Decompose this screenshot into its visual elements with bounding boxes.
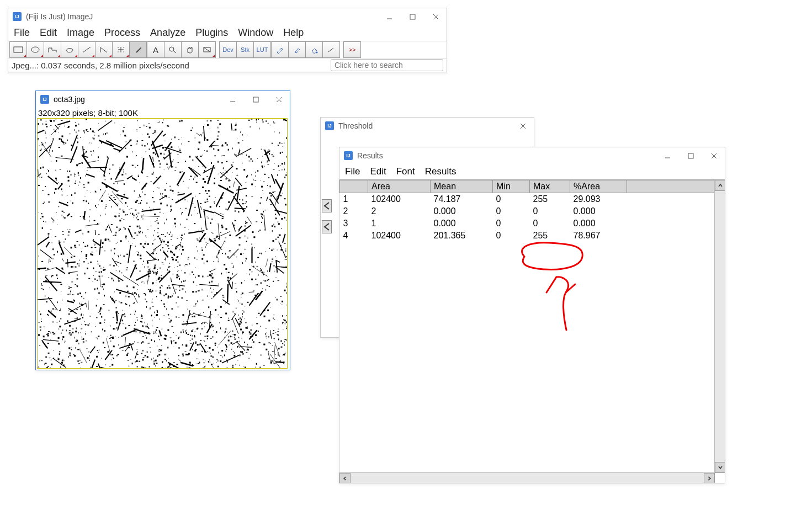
svg-rect-459 [163,157,164,158]
hand-tool[interactable] [181,41,198,58]
zoom-tool[interactable] [164,41,181,58]
svg-rect-1077 [141,315,142,317]
svg-rect-1071 [242,163,242,164]
horizontal-scrollbar[interactable] [339,472,715,483]
menu-font[interactable]: Font [396,166,415,177]
svg-rect-1533 [138,231,139,232]
app-icon: IJ [40,95,49,104]
svg-rect-389 [145,294,146,296]
close-button[interactable] [429,10,442,23]
svg-rect-1064 [68,356,69,358]
maximize-button[interactable] [249,93,262,106]
scroll-down-arrow[interactable] [715,462,725,473]
scroll-right-arrow[interactable] [704,473,715,483]
svg-rect-210 [156,333,157,333]
svg-rect-1410 [210,275,212,276]
minimize-button[interactable] [383,10,396,23]
oval-tool[interactable] [26,41,44,58]
svg-rect-1248 [126,285,128,287]
col-mean[interactable]: Mean [431,180,493,193]
svg-rect-1861 [43,221,44,222]
stk-tool[interactable]: Stk [236,41,253,58]
svg-rect-1796 [220,360,221,362]
arrow-tool[interactable] [322,41,340,58]
col-pctarea[interactable]: %Area [570,180,627,193]
svg-rect-1162 [181,281,182,281]
svg-rect-311 [140,227,141,229]
main-titlebar[interactable]: IJ (Fiji Is Just) ImageJ [8,8,447,25]
close-button[interactable] [707,149,720,162]
svg-rect-397 [126,173,126,174]
svg-rect-1897 [69,230,71,230]
svg-rect-1910 [251,346,252,347]
close-button[interactable] [516,119,529,132]
col-area[interactable]: Area [368,180,431,193]
menu-results[interactable]: Results [425,166,456,177]
scroll-up-arrow[interactable] [715,180,725,191]
svg-rect-1613 [113,317,114,318]
svg-rect-423 [67,230,68,230]
vertical-scrollbar[interactable] [714,180,725,473]
pencil-tool[interactable] [271,41,288,58]
minimize-button[interactable] [226,93,239,106]
svg-rect-1335 [154,342,155,342]
svg-rect-1568 [185,345,187,347]
maximize-button[interactable] [684,149,697,162]
dev-tool[interactable]: Dev [219,41,236,58]
svg-rect-241 [221,197,222,199]
minimize-button[interactable] [661,149,674,162]
svg-rect-1364 [274,226,275,227]
table-row[interactable]: 4102400201.365025578.967 [340,230,725,242]
menu-file[interactable]: File [345,166,360,177]
threshold-titlebar[interactable]: IJ Threshold [321,118,534,134]
menu-window[interactable]: Window [238,27,273,39]
image-canvas[interactable]: (function(){ var g=document.getElementBy… [37,118,288,369]
menu-process[interactable]: Process [104,27,140,39]
menu-image[interactable]: Image [67,27,94,39]
table-row[interactable]: 110240074.187025529.093 [340,193,725,206]
svg-rect-306 [100,168,100,169]
results-titlebar[interactable]: IJ Results [339,147,725,164]
svg-rect-1230 [183,280,184,282]
color-picker-tool[interactable] [198,41,216,58]
menu-help[interactable]: Help [283,27,304,39]
svg-rect-723 [101,200,103,202]
flood-fill-tool[interactable] [305,41,322,58]
freehand-tool[interactable] [61,41,78,58]
more-tools-button[interactable]: >> [343,41,361,58]
slider-left-arrow[interactable] [322,199,332,212]
angle-tool[interactable] [95,41,112,58]
svg-rect-1168 [173,274,173,275]
svg-rect-1879 [160,193,161,195]
svg-rect-1760 [174,218,176,220]
point-tool[interactable] [112,41,129,58]
col-max[interactable]: Max [530,180,570,193]
col-min[interactable]: Min [493,180,530,193]
menu-analyze[interactable]: Analyze [150,27,185,39]
table-row[interactable]: 220.000000.000 [340,205,725,217]
svg-rect-299 [86,341,87,342]
image-titlebar[interactable]: IJ octa3.jpg [36,91,290,108]
col-rownum[interactable] [340,180,368,193]
wand-tool[interactable] [129,41,147,58]
brush-tool[interactable] [288,41,305,58]
search-input[interactable] [331,59,443,71]
table-row[interactable]: 310.000000.000 [340,217,725,230]
svg-rect-1218 [84,246,86,247]
svg-rect-337 [124,227,125,228]
close-button[interactable] [272,93,285,106]
lut-tool[interactable]: LUT [253,41,271,58]
slider-left-arrow[interactable] [322,220,332,233]
menu-edit[interactable]: Edit [40,27,57,39]
svg-rect-239 [158,350,159,352]
maximize-button[interactable] [406,10,419,23]
menu-file[interactable]: File [14,27,30,39]
line-tool[interactable] [78,41,95,58]
rectangle-tool[interactable] [9,41,26,58]
menu-edit[interactable]: Edit [370,166,386,177]
polygon-tool[interactable] [44,41,61,58]
scroll-left-arrow[interactable] [339,473,351,483]
svg-rect-1247 [139,232,140,233]
menu-plugins[interactable]: Plugins [195,27,228,39]
text-tool[interactable]: A [147,41,164,58]
